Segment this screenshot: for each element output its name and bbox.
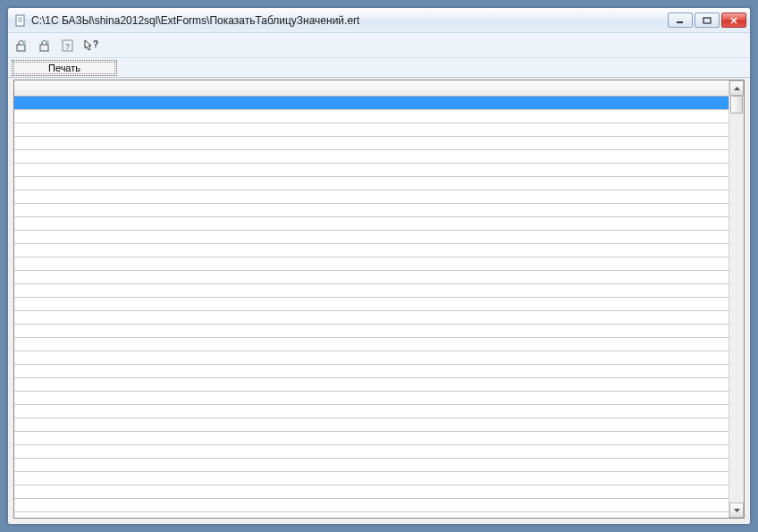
table-row[interactable]: [14, 378, 729, 392]
table-row[interactable]: [14, 445, 729, 459]
svg-point-4: [22, 40, 26, 44]
table-row[interactable]: [14, 325, 729, 338]
titlebar[interactable]: C:\1С БАЗЫ\shina2012sql\ExtForms\Показат…: [8, 8, 750, 33]
table-row[interactable]: [14, 499, 729, 512]
maximize-button[interactable]: [695, 13, 720, 28]
table-row[interactable]: [14, 97, 729, 110]
grid-body[interactable]: [14, 97, 729, 518]
table-row[interactable]: [14, 137, 729, 150]
pointer-help-icon[interactable]: ?: [83, 38, 99, 54]
minimize-button[interactable]: [668, 13, 693, 28]
table-row[interactable]: [14, 405, 729, 418]
table-row[interactable]: [14, 244, 729, 258]
table-row[interactable]: [14, 190, 729, 204]
button-row: Печать: [8, 58, 750, 78]
table-row[interactable]: [14, 392, 729, 405]
document-icon: [13, 13, 28, 28]
table-row[interactable]: [14, 311, 729, 325]
print-button[interactable]: Печать: [12, 60, 117, 76]
vertical-scrollbar: [729, 80, 744, 518]
close-button[interactable]: [721, 13, 746, 28]
table-row[interactable]: [14, 432, 729, 445]
lock-closed-icon[interactable]: [37, 38, 53, 54]
table-row[interactable]: [14, 164, 729, 177]
data-grid: [13, 80, 745, 519]
table-row[interactable]: [14, 271, 729, 284]
table-row[interactable]: [14, 459, 729, 472]
table-row[interactable]: [14, 284, 729, 298]
svg-rect-3: [17, 45, 25, 51]
grid-content[interactable]: [14, 80, 729, 518]
toolbar: ? ?: [8, 33, 750, 58]
svg-text:?: ?: [93, 39, 98, 49]
table-row[interactable]: [14, 472, 729, 486]
scroll-thumb[interactable]: [730, 96, 743, 114]
table-row[interactable]: [14, 110, 729, 123]
svg-rect-0: [16, 15, 24, 26]
table-row[interactable]: [14, 351, 729, 365]
scroll-up-button[interactable]: [729, 80, 744, 96]
table-row[interactable]: [14, 338, 729, 351]
window-title: C:\1С БАЗЫ\shina2012sql\ExtForms\Показат…: [31, 14, 668, 27]
table-row[interactable]: [14, 123, 729, 137]
table-row[interactable]: [14, 177, 729, 190]
table-row[interactable]: [14, 486, 729, 499]
scroll-down-button[interactable]: [729, 502, 744, 518]
table-row[interactable]: [14, 418, 729, 432]
window-controls: [668, 13, 746, 28]
svg-rect-1: [677, 21, 683, 23]
table-row[interactable]: [14, 298, 729, 311]
svg-point-6: [46, 40, 49, 44]
help-icon[interactable]: ?: [60, 38, 76, 54]
table-row[interactable]: [14, 231, 729, 244]
table-row[interactable]: [14, 365, 729, 378]
grid-header[interactable]: [14, 80, 729, 97]
svg-rect-2: [703, 18, 711, 23]
table-row[interactable]: [14, 217, 729, 231]
app-window: C:\1С БАЗЫ\shina2012sql\ExtForms\Показат…: [7, 7, 751, 525]
svg-rect-5: [40, 45, 48, 51]
svg-text:?: ?: [65, 42, 70, 51]
lock-open-icon[interactable]: [13, 38, 29, 54]
table-row[interactable]: [14, 258, 729, 271]
table-row[interactable]: [14, 150, 729, 164]
table-row[interactable]: [14, 204, 729, 217]
scroll-track[interactable]: [729, 96, 744, 502]
